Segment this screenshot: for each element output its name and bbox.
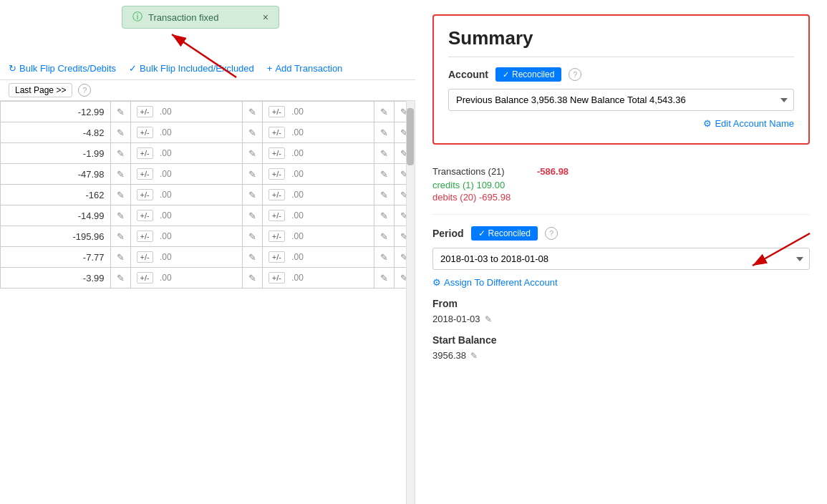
bulk-flip-credits-button[interactable]: ↻ Bulk Flip Credits/Debits — [9, 63, 116, 74]
edit-icon-cell-3[interactable]: ✎ — [374, 226, 395, 247]
plus-minus-button-2[interactable]: +/- — [269, 210, 285, 221]
plus-minus-button-2[interactable]: +/- — [269, 168, 285, 180]
balance-select[interactable]: Previous Balance 3,956.38 New Balance To… — [448, 89, 794, 111]
assign-gear-icon: ⚙ — [432, 277, 441, 288]
transactions-label: Transactions (21) — [432, 166, 526, 177]
plus-minus-cell: +/- .00 — [130, 143, 242, 164]
edit-icon-cell-2[interactable]: ✎ — [242, 164, 262, 185]
plus-minus-button[interactable]: +/- — [137, 106, 153, 117]
table-row: -4.82 ✎ +/- .00 ✎ +/- .00 — [1, 122, 415, 143]
edit-icon-cell-2[interactable]: ✎ — [242, 185, 262, 205]
plus-minus-button[interactable]: +/- — [137, 231, 153, 242]
edit-icon-cell[interactable]: ✎ — [110, 164, 130, 185]
account-label: Account — [448, 69, 488, 80]
edit-icon-cell-2[interactable]: ✎ — [242, 205, 262, 226]
table-row: -14.99 ✎ +/- .00 ✎ +/- .00 — [1, 205, 415, 226]
edit-icon-cell[interactable]: ✎ — [110, 247, 130, 268]
plus-minus-button-2[interactable]: +/- — [269, 251, 285, 263]
account-help-icon[interactable]: ? — [569, 68, 581, 81]
plus-minus-button[interactable]: +/- — [137, 147, 153, 159]
plus-minus-button[interactable]: +/- — [137, 210, 153, 221]
edit-icon-cell[interactable]: ✎ — [110, 102, 130, 122]
edit-icon-cell-2[interactable]: ✎ — [242, 122, 262, 143]
plus-minus-cell-2: +/- .00 — [262, 102, 374, 122]
edit-icon-cell[interactable]: ✎ — [110, 205, 130, 226]
pagination-row: Last Page >> ? — [0, 80, 415, 101]
amount-cell: -162 — [1, 185, 111, 205]
from-date: 2018-01-03 — [432, 314, 480, 324]
plus-minus-cell: +/- .00 — [130, 102, 242, 122]
summary-title: Summary — [448, 27, 794, 49]
start-balance-amount: 3956.38 — [432, 350, 466, 361]
plus-minus-button-2[interactable]: +/- — [269, 231, 285, 242]
period-help-icon[interactable]: ? — [545, 227, 558, 240]
check-icon-period: ✓ — [478, 228, 485, 238]
start-balance-edit-icon[interactable]: ✎ — [470, 351, 478, 361]
table-row: -195.96 ✎ +/- .00 ✎ +/- .00 — [1, 226, 415, 247]
toast-close-button[interactable]: × — [263, 11, 269, 23]
edit-icon-cell[interactable]: ✎ — [110, 226, 130, 247]
transactions-value: -586.98 — [537, 166, 569, 177]
edit-icon-cell[interactable]: ✎ — [110, 143, 130, 164]
edit-icon-cell-3[interactable]: ✎ — [374, 185, 395, 205]
edit-icon-cell-2[interactable]: ✎ — [242, 102, 262, 122]
plus-minus-button[interactable]: +/- — [137, 168, 153, 180]
edit-icon-cell[interactable]: ✎ — [110, 122, 130, 143]
period-label: Period — [432, 228, 464, 239]
flip-icon: ↻ — [9, 63, 16, 74]
amount-cell: -4.82 — [1, 122, 111, 143]
edit-icon-cell[interactable]: ✎ — [110, 268, 130, 289]
check-icon: ✓ — [129, 63, 137, 74]
table-row: -1.99 ✎ +/- .00 ✎ +/- .00 — [1, 143, 415, 164]
edit-icon-cell-2[interactable]: ✎ — [242, 226, 262, 247]
assign-account-link[interactable]: ⚙ Assign To Different Account — [432, 277, 810, 288]
debits-row: debits (20) -695.98 — [432, 192, 810, 203]
from-value-row: 2018-01-03 ✎ — [432, 314, 810, 324]
transactions-table-container: -12.99 ✎ +/- .00 ✎ +/- .00 — [0, 101, 415, 504]
edit-icon-cell-3[interactable]: ✎ — [374, 102, 395, 122]
plus-minus-cell: +/- .00 — [130, 205, 242, 226]
bulk-flip-included-button[interactable]: ✓ Bulk Flip Included/Excluded — [129, 63, 254, 74]
debits-label: debits (20) -695.98 — [432, 192, 511, 203]
plus-minus-button-2[interactable]: +/- — [269, 147, 285, 159]
toast-message: Transaction fixed — [148, 12, 219, 23]
plus-minus-cell: +/- .00 — [130, 226, 242, 247]
scrollbar-thumb[interactable] — [407, 108, 414, 165]
right-panel: Summary Account ✓ Reconciled ? Previous … — [415, 0, 827, 504]
table-row: -162 ✎ +/- .00 ✎ +/- .00 — [1, 185, 415, 205]
edit-icon-cell-2[interactable]: ✎ — [242, 268, 262, 289]
amount-cell: -14.99 — [1, 205, 111, 226]
amount-cell: -195.96 — [1, 226, 111, 247]
edit-icon-cell-3[interactable]: ✎ — [374, 205, 395, 226]
plus-minus-cell-2: +/- .00 — [262, 205, 374, 226]
plus-minus-button[interactable]: +/- — [137, 251, 153, 263]
edit-icon-cell-3[interactable]: ✎ — [374, 164, 395, 185]
edit-icon-cell[interactable]: ✎ — [110, 185, 130, 205]
period-reconciled-button[interactable]: ✓ Reconciled — [471, 226, 538, 241]
edit-icon-cell-3[interactable]: ✎ — [374, 122, 395, 143]
plus-minus-button-2[interactable]: +/- — [269, 272, 285, 284]
edit-icon-cell-2[interactable]: ✎ — [242, 143, 262, 164]
plus-minus-button[interactable]: +/- — [137, 189, 153, 200]
plus-minus-button[interactable]: +/- — [137, 272, 153, 284]
plus-minus-button-2[interactable]: +/- — [269, 106, 285, 117]
plus-minus-cell: +/- .00 — [130, 164, 242, 185]
edit-account-name-link[interactable]: ⚙ Edit Account Name — [703, 118, 794, 129]
plus-minus-button-2[interactable]: +/- — [269, 189, 285, 200]
period-row: Period ✓ Reconciled ? — [432, 226, 810, 241]
amount-cell: -3.99 — [1, 268, 111, 289]
account-reconciled-label: Reconciled — [512, 69, 554, 79]
edit-icon-cell-3[interactable]: ✎ — [374, 143, 395, 164]
scrollbar-track[interactable] — [406, 101, 415, 504]
edit-icon-cell-2[interactable]: ✎ — [242, 247, 262, 268]
from-edit-icon[interactable]: ✎ — [485, 314, 492, 324]
edit-icon-cell-3[interactable]: ✎ — [374, 268, 395, 289]
account-reconciled-button[interactable]: ✓ Reconciled — [495, 67, 561, 82]
last-page-button[interactable]: Last Page >> — [9, 83, 72, 97]
pagination-help-icon[interactable]: ? — [78, 84, 91, 97]
plus-minus-button-2[interactable]: +/- — [269, 127, 285, 138]
plus-minus-button[interactable]: +/- — [137, 127, 153, 138]
add-transaction-button[interactable]: + Add Transaction — [267, 63, 343, 74]
period-select[interactable]: 2018-01-03 to 2018-01-08 — [432, 248, 810, 270]
edit-icon-cell-3[interactable]: ✎ — [374, 247, 395, 268]
